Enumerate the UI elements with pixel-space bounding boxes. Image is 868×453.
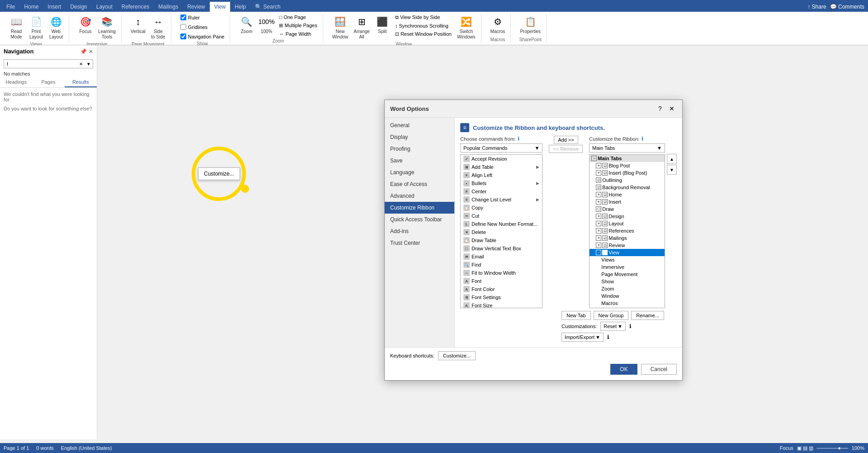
cmd-draw-table[interactable]: 📋 Draw Table bbox=[461, 236, 542, 244]
add-btn[interactable]: Add >> bbox=[554, 136, 578, 144]
import-export-info[interactable]: ℹ bbox=[607, 334, 609, 340]
reset-info[interactable]: ℹ bbox=[629, 323, 632, 329]
tree-page-movement[interactable]: Page Movement bbox=[590, 271, 665, 278]
keyboard-customize-btn[interactable]: Customize... bbox=[438, 351, 476, 360]
status-zoom-slider[interactable]: ──────●── bbox=[817, 445, 848, 451]
nav-dropdown-btn[interactable]: ▼ bbox=[85, 60, 93, 68]
layout-expand[interactable]: + bbox=[596, 221, 601, 226]
commands-list[interactable]: ✓ Accept Revision ⊞ Add Table ▶ ≡ Align … bbox=[460, 154, 542, 308]
split-btn[interactable]: ⬛ Split bbox=[373, 14, 392, 35]
tab-insert[interactable]: Insert bbox=[43, 2, 66, 12]
tree-immersive[interactable]: Immersive bbox=[590, 263, 665, 271]
zoom-btn[interactable]: 🔍 Zoom bbox=[237, 14, 255, 35]
sidebar-item-save[interactable]: Save bbox=[385, 155, 454, 167]
arrange-all-btn[interactable]: ⊞ ArrangeAll bbox=[352, 14, 372, 41]
insert-check[interactable]: ☑ bbox=[602, 199, 608, 205]
navigation-pane-checkbox[interactable]: Navigation Pane bbox=[179, 33, 226, 40]
tab-file[interactable]: File bbox=[2, 2, 19, 12]
tab-search[interactable]: 🔍 Search bbox=[250, 2, 285, 12]
cmd-font-settings[interactable]: ⚙ Font Settings bbox=[461, 293, 542, 301]
view-side-by-side-btn[interactable]: ⧉ View Side by Side bbox=[393, 14, 453, 21]
design-expand[interactable]: + bbox=[596, 214, 601, 219]
side-to-side-btn[interactable]: ↔ Sideto Side bbox=[149, 14, 167, 41]
insert-blog-post-expand[interactable]: + bbox=[596, 170, 601, 176]
tab-home[interactable]: Home bbox=[19, 2, 43, 12]
import-export-btn[interactable]: Import/Export ▼ bbox=[561, 333, 604, 342]
nav-tab-pages[interactable]: Pages bbox=[32, 77, 64, 87]
tree-insert[interactable]: + ☑ Insert bbox=[590, 198, 665, 205]
sidebar-item-language[interactable]: Language bbox=[385, 167, 454, 178]
vertical-btn[interactable]: ↕ Vertical bbox=[129, 14, 147, 35]
view-expand[interactable]: − bbox=[596, 250, 601, 255]
tree-zoom[interactable]: Zoom bbox=[590, 285, 665, 292]
tree-draw[interactable]: ☐ Draw bbox=[590, 205, 665, 213]
tab-review[interactable]: Review bbox=[183, 2, 209, 12]
home-check[interactable]: ☑ bbox=[602, 192, 608, 197]
move-down-btn[interactable]: ▼ bbox=[667, 165, 677, 175]
dialog-help-btn[interactable]: ? bbox=[655, 104, 665, 114]
sidebar-item-add-ins[interactable]: Add-ins bbox=[385, 225, 454, 237]
new-window-btn[interactable]: 🪟 NewWindow bbox=[330, 14, 350, 41]
comments-btn[interactable]: 💬 Comments bbox=[830, 4, 864, 10]
macros-btn[interactable]: ⚙ Macros bbox=[489, 14, 507, 35]
ok-btn[interactable]: OK bbox=[610, 364, 637, 375]
tree-design[interactable]: + ☑ Design bbox=[590, 213, 665, 220]
cmd-align-left[interactable]: ≡ Align Left bbox=[461, 171, 542, 179]
print-layout-btn[interactable]: 📄 PrintLayout bbox=[27, 14, 45, 41]
customize-ribbon-info[interactable]: ℹ bbox=[642, 136, 643, 142]
references-check[interactable]: ☑ bbox=[602, 228, 608, 234]
properties-btn[interactable]: 📋 Properties bbox=[518, 14, 542, 35]
cmd-copy[interactable]: 📋 Copy bbox=[461, 204, 542, 212]
outlining-check[interactable]: ☑ bbox=[596, 177, 601, 183]
cmd-center[interactable]: ≡ Center bbox=[461, 187, 542, 196]
nav-close-btn[interactable]: ✕ bbox=[89, 48, 93, 55]
tree-views[interactable]: Views bbox=[590, 256, 665, 263]
reset-window-position-btn[interactable]: ⊡ Reset Window Position bbox=[393, 30, 453, 38]
cmd-add-table[interactable]: ⊞ Add Table ▶ bbox=[461, 163, 542, 171]
tree-home[interactable]: + ☑ Home bbox=[590, 191, 665, 198]
cmd-font[interactable]: A Font bbox=[461, 277, 542, 285]
sidebar-item-display[interactable]: Display bbox=[385, 131, 454, 143]
learning-tools-btn[interactable]: 📚 LearningTools bbox=[96, 14, 118, 41]
background-removal-check[interactable]: ☑ bbox=[596, 185, 601, 190]
synchronous-scrolling-btn[interactable]: ↕ Synchronous Scrolling bbox=[393, 22, 453, 29]
tree-outlining[interactable]: ☑ Outlining bbox=[590, 176, 665, 184]
web-layout-btn[interactable]: 🌐 WebLayout bbox=[47, 14, 65, 41]
ruler-checkbox[interactable]: Ruler bbox=[179, 14, 202, 21]
tree-show[interactable]: Show bbox=[590, 278, 665, 285]
tab-references[interactable]: References bbox=[117, 2, 154, 12]
status-focus[interactable]: Focus bbox=[780, 445, 793, 451]
sidebar-item-quick-access-toolbar[interactable]: Quick Access Toolbar bbox=[385, 214, 454, 225]
sidebar-item-proofing[interactable]: Proofing bbox=[385, 143, 454, 155]
nav-tab-headings[interactable]: Headings bbox=[0, 77, 32, 87]
insert-blog-post-check[interactable]: ☑ bbox=[602, 170, 608, 176]
new-tab-btn[interactable]: New Tab bbox=[561, 311, 591, 320]
review-expand[interactable]: + bbox=[596, 243, 601, 248]
zoom-100-btn[interactable]: 100% 100% bbox=[257, 14, 275, 35]
gridlines-checkbox[interactable]: Gridlines bbox=[179, 23, 209, 31]
tab-help[interactable]: Help bbox=[230, 2, 250, 12]
tree-view[interactable]: − ☑ View bbox=[590, 249, 665, 256]
nav-clear-btn[interactable]: ✕ bbox=[77, 60, 85, 68]
nav-pin-btn[interactable]: 📌 bbox=[80, 48, 87, 55]
tree-window[interactable]: Window bbox=[590, 292, 665, 300]
tree-sharepoint[interactable]: SharePoint bbox=[590, 307, 665, 308]
cmd-define-new-number[interactable]: 1. Define New Number Format... bbox=[461, 220, 542, 228]
design-check[interactable]: ☑ bbox=[602, 214, 608, 219]
cmd-email[interactable]: ✉ Email bbox=[461, 253, 542, 261]
home-expand[interactable]: + bbox=[596, 192, 601, 197]
references-expand[interactable]: + bbox=[596, 228, 601, 234]
rename-btn[interactable]: Rename... bbox=[631, 311, 664, 320]
cmd-font-color[interactable]: A Font Color bbox=[461, 285, 542, 293]
ribbon-tree[interactable]: − Main Tabs + ☑ Blog Post + bbox=[589, 154, 665, 308]
cmd-cut[interactable]: ✂ Cut bbox=[461, 212, 542, 220]
cmd-change-list-level[interactable]: ≡ Change List Level ▶ bbox=[461, 196, 542, 204]
ribbon-dropdown[interactable]: Main Tabs ▼ bbox=[589, 143, 665, 153]
tab-mailings[interactable]: Mailings bbox=[154, 2, 183, 12]
share-btn[interactable]: ↑ Share bbox=[807, 4, 826, 10]
read-mode-btn[interactable]: 📖 ReadMode bbox=[7, 14, 25, 41]
tree-main-tabs[interactable]: − Main Tabs bbox=[590, 155, 665, 162]
choose-commands-info[interactable]: ℹ bbox=[518, 136, 519, 142]
tab-design[interactable]: Design bbox=[66, 2, 91, 12]
mailings-check[interactable]: ☑ bbox=[602, 235, 608, 241]
